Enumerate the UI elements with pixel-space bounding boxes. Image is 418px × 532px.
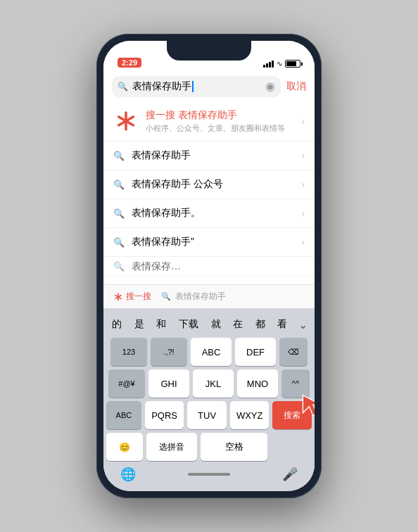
key-punct[interactable]: .,?! [151, 338, 187, 366]
search-icon: 🔍 [118, 82, 128, 91]
result-text-2: 表情保存助手。 [132, 207, 294, 220]
notch [167, 41, 251, 61]
battery-icon [285, 60, 300, 68]
phone-frame: 2:29 ∿ 🔍 表情保存助手 ◉ [96, 34, 322, 498]
key-row-4: 😊 选拼音 空格 [106, 433, 312, 461]
quick-word-0[interactable]: 的 [110, 315, 123, 334]
key-pqrs[interactable]: PQRS [145, 401, 184, 429]
search-one-result[interactable]: 搜一搜 表情保存助手 小程序、公众号、文章、朋友圈和表情等 › [103, 101, 315, 141]
search-one-subtitle: 小程序、公众号、文章、朋友圈和表情等 [146, 123, 294, 134]
key-mno[interactable]: MNO [237, 369, 278, 398]
hide-keyboard-button[interactable]: ⌄ [298, 318, 308, 331]
status-time: 2:29 [118, 58, 141, 68]
key-emoji[interactable]: 😊 [106, 433, 143, 461]
search-bar: 🔍 表情保存助手 ◉ 取消 [103, 72, 315, 101]
quick-word-4[interactable]: 就 [210, 315, 222, 334]
chevron-right-icon-1: › [301, 179, 305, 190]
delete-icon: ⌫ [288, 348, 299, 357]
bottom-search-query-text: 表情保存助手 [175, 291, 226, 303]
chevron-right-icon-3: › [301, 236, 305, 248]
key-ghi[interactable]: GHI [148, 369, 189, 398]
quick-word-5[interactable]: 在 [232, 315, 244, 334]
quick-word-3[interactable]: 下载 [177, 315, 200, 334]
search-results: 搜一搜 表情保存助手 小程序、公众号、文章、朋友圈和表情等 › 🔍 表情保存助手… [103, 101, 315, 284]
key-def[interactable]: DEF [235, 338, 276, 366]
key-shift[interactable]: ^^ [281, 369, 310, 398]
keyboard-bottom-bar: 🌐 🎤 [106, 464, 312, 488]
quick-word-1[interactable]: 是 [133, 315, 146, 334]
key-space[interactable]: 空格 [201, 433, 267, 461]
search-small-icon-3: 🔍 [113, 237, 125, 248]
result-item-0[interactable]: 🔍 表情保存助手 › [103, 141, 315, 170]
clear-button[interactable]: ◉ [265, 81, 275, 92]
quick-word-2[interactable]: 和 [155, 315, 167, 334]
search-small-icon-2: 🔍 [113, 208, 125, 219]
shift-icon: ^^ [292, 379, 299, 388]
wechat-search-icon [113, 108, 139, 134]
emoji-icon: 😊 [119, 442, 130, 452]
search-small-icon-1: 🔍 [113, 179, 125, 190]
key-123[interactable]: 123 [110, 338, 147, 366]
signal-icon [263, 61, 274, 68]
search-query-text: 表情保存助手 [132, 80, 261, 93]
result-text-3: 表情保存助手" [132, 236, 294, 248]
bottom-search-bar: 搜一搜 🔍 表情保存助手 [103, 284, 315, 308]
mic-icon[interactable]: 🎤 [282, 467, 298, 482]
key-abc-switch[interactable]: ABC [106, 401, 141, 429]
quick-words-row: 的 是 和 下载 就 在 都 看 ⌄ [106, 314, 312, 338]
home-indicator [188, 473, 230, 476]
search-input-wrap[interactable]: 🔍 表情保存助手 ◉ [112, 76, 281, 97]
key-symbols[interactable]: #@¥ [108, 369, 145, 398]
search-small-icon-0: 🔍 [113, 151, 125, 161]
key-abc[interactable]: ABC [191, 338, 232, 366]
wifi-icon: ∿ [277, 60, 282, 68]
chevron-right-icon-0: › [301, 150, 305, 161]
status-icons: ∿ [263, 60, 300, 68]
key-tuv[interactable]: TUV [187, 401, 227, 429]
key-jkl[interactable]: JKL [193, 369, 234, 398]
bottom-search-one-label: 搜一搜 [126, 291, 151, 303]
key-row-2: #@¥ GHI JKL MNO ^^ [106, 369, 312, 398]
result-text-1: 表情保存助手 公众号 [132, 178, 294, 191]
key-delete[interactable]: ⌫ [279, 338, 308, 366]
bottom-search-one[interactable]: 搜一搜 [113, 291, 151, 303]
search-small-icon-4: 🔍 [113, 261, 125, 272]
result-item-2[interactable]: 🔍 表情保存助手。 › [103, 199, 315, 228]
result-item-1[interactable]: 🔍 表情保存助手 公众号 › [103, 170, 315, 199]
cancel-button[interactable]: 取消 [286, 80, 306, 93]
result-item-3[interactable]: 🔍 表情保存助手" › [103, 228, 315, 257]
chevron-right-icon-2: › [301, 208, 305, 219]
quick-word-7[interactable]: 看 [276, 315, 289, 334]
result-item-4[interactable]: 🔍 表情保存… [103, 257, 315, 277]
key-return[interactable]: 搜索 [272, 401, 312, 429]
chevron-right-icon: › [301, 115, 305, 127]
bottom-search-query[interactable]: 🔍 表情保存助手 [161, 291, 226, 303]
globe-icon[interactable]: 🌐 [120, 467, 136, 482]
result-text-4: 表情保存… [132, 260, 305, 273]
key-pinyin[interactable]: 选拼音 [146, 433, 197, 461]
search-one-text: 搜一搜 表情保存助手 小程序、公众号、文章、朋友圈和表情等 [146, 109, 294, 134]
phone-screen: 2:29 ∿ 🔍 表情保存助手 ◉ [103, 41, 315, 491]
key-return-spacer [271, 433, 312, 461]
search-small-icon-bottom: 🔍 [161, 292, 171, 301]
key-wxyz[interactable]: WXYZ [230, 401, 270, 429]
result-text-0: 表情保存助手 [132, 149, 294, 162]
keyboard: 的 是 和 下载 就 在 都 看 ⌄ 123 .,?! ABC [103, 308, 315, 491]
key-row-1: 123 .,?! ABC DEF ⌫ [106, 338, 312, 366]
quick-word-6[interactable]: 都 [254, 315, 267, 334]
key-row-3: ABC PQRS TUV WXYZ 搜索 [106, 401, 312, 429]
search-one-title: 搜一搜 表情保存助手 [146, 109, 294, 122]
